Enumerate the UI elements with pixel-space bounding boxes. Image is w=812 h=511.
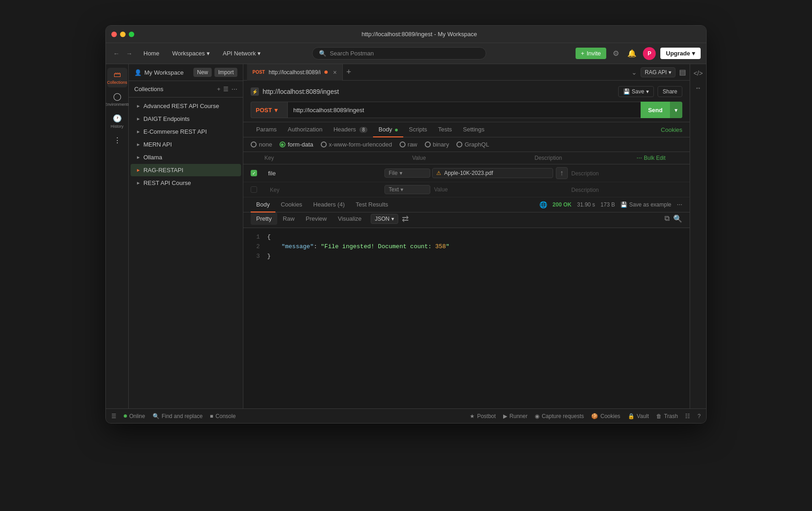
active-tab[interactable]: POST http://localhost:8089/i ×: [247, 64, 343, 81]
body-option-urlencoded[interactable]: x-www-form-urlencoded: [321, 141, 392, 148]
collection-daigt[interactable]: ► DAIGT Endpoints: [131, 113, 241, 125]
avatar[interactable]: P: [643, 47, 656, 60]
resp-tab-test-results[interactable]: Test Results: [350, 197, 394, 212]
sidebar-item-collections[interactable]: 🗃 Collections: [107, 68, 127, 87]
tab-close-button[interactable]: ×: [333, 69, 337, 76]
body-option-form-data[interactable]: form-data: [280, 141, 313, 148]
vault-button[interactable]: 🔒 Vault: [628, 413, 649, 419]
back-button[interactable]: ←: [111, 49, 121, 58]
import-button[interactable]: Import: [214, 68, 237, 77]
search-response-icon[interactable]: 🔍: [673, 214, 682, 223]
nav-home[interactable]: Home: [140, 48, 163, 59]
body-option-none[interactable]: none: [251, 141, 272, 148]
layout-icon[interactable]: ▤: [679, 68, 686, 76]
console-icon: ■: [210, 413, 213, 419]
view-tab-preview[interactable]: Preview: [300, 212, 332, 225]
environment-selector[interactable]: RAG API ▾: [641, 67, 675, 77]
nav-workspaces[interactable]: Workspaces ▾: [169, 48, 214, 59]
code-icon[interactable]: </>: [691, 68, 704, 79]
notifications-icon[interactable]: 🔔: [625, 47, 638, 60]
save-button[interactable]: 💾 Save ▾: [618, 86, 654, 97]
collection-rest-api[interactable]: ► REST API Course: [131, 177, 241, 189]
filter-icon[interactable]: ☰: [223, 86, 229, 92]
expand-sidebar-button[interactable]: ☰: [111, 413, 116, 419]
tab-right-actions: ⌄ RAG API ▾ ▤: [631, 67, 686, 77]
row-checkbox[interactable]: ✓: [251, 170, 257, 176]
line-number: 3: [251, 252, 260, 261]
expand-icon[interactable]: ↔: [693, 82, 703, 93]
tab-scripts[interactable]: Scripts: [403, 122, 433, 137]
more-button[interactable]: ⋯: [677, 201, 682, 208]
resp-tab-body[interactable]: Body: [251, 197, 275, 212]
empty-type-selector[interactable]: Text ▾: [384, 185, 430, 194]
cookies-bottom-button[interactable]: 🍪 Cookies: [591, 413, 620, 419]
type-selector[interactable]: File ▾: [384, 169, 430, 178]
format-selector[interactable]: JSON ▾: [371, 214, 398, 224]
collection-ecommerce[interactable]: ► E-Commerse REST API: [131, 125, 241, 138]
more-icon[interactable]: ⋯: [231, 86, 237, 92]
collection-advanced-rest[interactable]: ► Advanced REST API Course: [131, 100, 241, 112]
view-tab-pretty[interactable]: Pretty: [251, 212, 277, 225]
tab-headers[interactable]: Headers 8: [328, 122, 373, 137]
cookies-link[interactable]: Cookies: [661, 126, 682, 133]
body-option-graphql[interactable]: GraphQL: [456, 141, 489, 148]
collection-ollama[interactable]: ► Ollama: [131, 151, 241, 163]
sidebar-item-history[interactable]: 🕐 History: [107, 111, 127, 131]
body-option-binary[interactable]: binary: [425, 141, 449, 148]
upgrade-button[interactable]: Upgrade ▾: [660, 48, 701, 59]
send-button[interactable]: Send: [641, 102, 670, 118]
collection-rag-restapi[interactable]: ► RAG-RESTAPI: [131, 164, 241, 176]
wrap-icon[interactable]: ⇄: [402, 214, 409, 224]
json-open-brace: {: [267, 233, 271, 242]
environments-icon: ◯: [113, 92, 121, 101]
settings-icon[interactable]: ⚙: [611, 47, 621, 60]
forward-button[interactable]: →: [124, 49, 134, 58]
tab-tests[interactable]: Tests: [433, 122, 457, 137]
sidebar-item-more[interactable]: ⋮: [107, 133, 127, 147]
trash-button[interactable]: 🗑 Trash: [656, 413, 678, 419]
capture-button[interactable]: ◉ Capture requests: [535, 413, 584, 419]
find-replace-button[interactable]: 🔍 Find and replace: [153, 413, 203, 419]
body-option-raw[interactable]: raw: [400, 141, 417, 148]
close-window-btn[interactable]: [111, 32, 117, 37]
row-key-cell[interactable]: file: [266, 170, 383, 177]
empty-row-desc[interactable]: Description: [570, 186, 682, 193]
method-selector[interactable]: POST ▾: [251, 102, 287, 118]
nav-api-network[interactable]: API Network ▾: [219, 48, 264, 59]
sidebar-item-environments[interactable]: ◯ Environments: [107, 89, 127, 109]
runner-button[interactable]: ▶ Runner: [503, 413, 527, 419]
console-button[interactable]: ■ Console: [210, 413, 236, 419]
grid-bottom-button[interactable]: ☷: [685, 413, 690, 419]
upload-button[interactable]: ↑: [556, 167, 568, 179]
chevron-right-icon: ►: [136, 168, 141, 173]
search-bar[interactable]: 🔍 Search Postman: [312, 47, 486, 60]
bulk-edit-button[interactable]: ⋯ Bulk Edit: [636, 155, 682, 161]
postbot-button[interactable]: ★ Postbot: [470, 413, 496, 419]
new-tab-button[interactable]: +: [343, 67, 355, 77]
copy-icon[interactable]: ⧉: [664, 214, 669, 223]
url-input[interactable]: [287, 102, 641, 118]
tab-expand-icon[interactable]: ⌄: [631, 69, 637, 76]
resp-tab-headers[interactable]: Headers (4): [308, 197, 351, 212]
view-tab-visualize[interactable]: Visualize: [332, 212, 367, 225]
tab-authorization[interactable]: Authorization: [282, 122, 328, 137]
tab-settings[interactable]: Settings: [457, 122, 490, 137]
collection-mern[interactable]: ► MERN API: [131, 138, 241, 151]
help-button[interactable]: ?: [697, 413, 701, 419]
tab-body[interactable]: Body: [373, 122, 403, 137]
minimize-window-btn[interactable]: [120, 32, 126, 37]
empty-checkbox[interactable]: [251, 186, 257, 193]
empty-row-value[interactable]: Value: [432, 186, 568, 193]
resp-tab-cookies[interactable]: Cookies: [275, 197, 308, 212]
view-tab-raw[interactable]: Raw: [277, 212, 300, 225]
share-button[interactable]: Share: [658, 86, 682, 97]
maximize-window-btn[interactable]: [129, 32, 134, 37]
send-dropdown-button[interactable]: ▾: [670, 102, 682, 118]
save-example-button[interactable]: 💾 Save as example: [620, 201, 671, 208]
body-active-dot: [395, 129, 398, 131]
invite-button[interactable]: + Invite: [576, 48, 607, 59]
empty-row-key[interactable]: Key: [266, 186, 383, 193]
tab-params[interactable]: Params: [251, 122, 282, 137]
new-button[interactable]: New: [193, 68, 212, 77]
add-collection-icon[interactable]: +: [217, 86, 220, 92]
